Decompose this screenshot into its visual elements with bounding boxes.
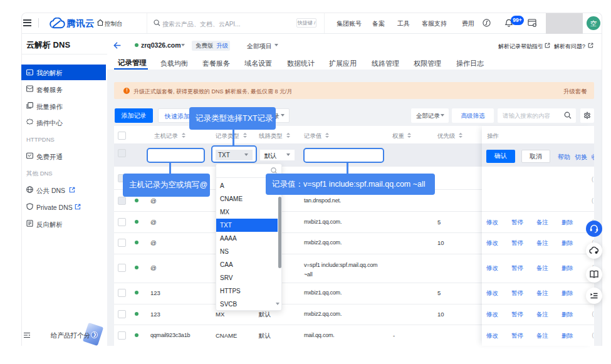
svg-text:w: w: [27, 71, 31, 75]
